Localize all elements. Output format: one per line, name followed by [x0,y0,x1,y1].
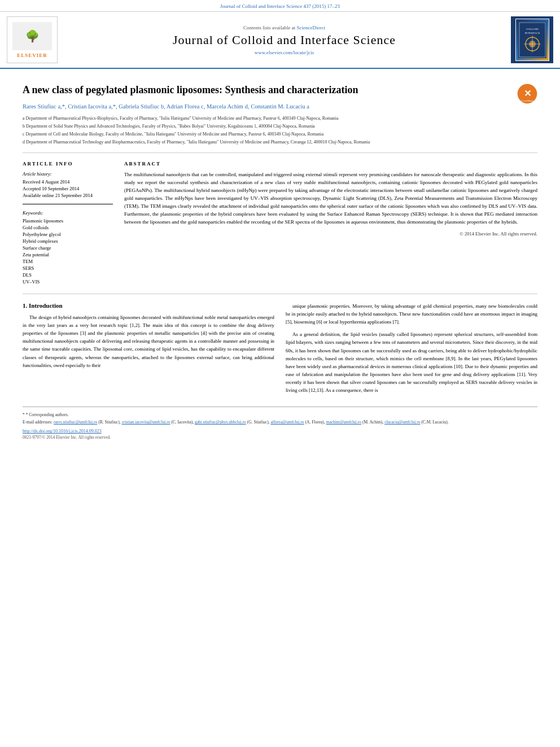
available-date: Available online 21 September 2014 [23,193,113,198]
email-footnote: E-mail addresses: rares.stiufiuc@umfcluj… [23,419,537,425]
sciencedirect-link[interactable]: ScienceDirect [297,25,325,30]
info-divider [23,204,113,204]
svg-text:CrossMark: CrossMark [521,99,534,102]
email1-link[interactable]: rares.stiufiuc@umfcluj.ro [54,420,97,425]
article-title-text: A new class of pegylated plasmonic lipos… [23,84,511,147]
footer-section: * * Corresponding authors. E-mail addres… [23,407,537,443]
abstract-heading: ABSTRACT [124,161,537,167]
affiliation-b: b Department of Solid State Physics and … [23,123,511,130]
info-abstract-section: ARTICLE INFO Article history: Received 4… [23,153,537,294]
affiliations: a Department of Pharmaceutical Physics-B… [23,115,511,146]
article-info-column: ARTICLE INFO Article history: Received 4… [23,161,113,286]
history-label: Article history: [23,171,113,177]
elsevier-wordmark: ELSEVIER [17,53,47,58]
intro-para-1: The design of hybrid nanoobjects contain… [23,313,274,369]
authors-line: Rares Stiufiuc a,*, Cristian Iacovita a,… [23,102,511,112]
email4-link[interactable]: aflorea@umfcluj.ro [270,420,304,425]
journal-website: www.elsevier.com/locate/jcis [255,50,314,55]
corresponding-authors-note: * * Corresponding authors. [23,412,537,418]
article-info-heading: ARTICLE INFO [23,161,113,167]
keyword-7: SERS [23,265,113,271]
asterisk-icon: * [23,412,25,417]
corresponding-authors-label: * Corresponding authors. [26,412,69,417]
intro-para-3: As a general definition, the lipid vesic… [286,330,537,394]
main-content: A new class of pegylated plasmonic lipos… [0,69,560,448]
email2-link[interactable]: cristian.iacovita@umfcluj.ro [121,420,170,425]
email-label: E-mail addresses: [23,420,53,425]
email5-person: (M. Achim), [362,420,383,425]
copyright-line: © 2014 Elsevier Inc. All rights reserved… [124,231,537,237]
keyword-3: Hybrid complexes [23,238,113,244]
cover-thumbnail: COLLOID INTERFACE [515,19,549,61]
abstract-column: ABSTRACT The multifunctional nanoobjects… [124,161,537,286]
email3-person: (G. Stiufiuc), [247,420,270,425]
intro-title: 1. Introduction [23,302,274,309]
svg-text:COLLOID: COLLOID [526,28,539,30]
email6-link[interactable]: clucaciu@umfcluj.ro [384,420,420,425]
keywords-section: Keywords: Plasmonic liposomes Gold collo… [23,210,113,285]
doi-link[interactable]: http://dx.doi.org/10.1016/j.jcis.2014.09… [23,429,102,434]
keyword-1: Gold colloids [23,225,113,230]
received-date: Received 4 August 2014 [23,179,113,185]
journal-title-area: Contents lists available at ScienceDirec… [63,16,505,63]
body-left-column: 1. Introduction The design of hybrid nan… [23,302,274,399]
affiliation-a: a Department of Pharmaceutical Physics-B… [23,115,511,122]
footnotes: * * Corresponding authors. E-mail addres… [23,412,537,426]
intro-para-2: unique plasmonic properties. Moreover, b… [286,302,537,326]
article-title: A new class of pegylated plasmonic lipos… [23,84,511,97]
intro-col1-text: The design of hybrid nanoobjects contain… [23,313,274,369]
keywords-label: Keywords: [23,210,113,216]
keyword-8: DLS [23,272,113,278]
keyword-6: TEM [23,259,113,264]
crossmark-svg: ✕ CrossMark [517,84,537,104]
tree-icon: 🌳 [25,29,40,43]
elsevier-tree-graphic: 🌳 [12,22,52,50]
email4-person: (A. Florea), [305,420,325,425]
keyword-5: Zeta potential [23,252,113,257]
issn-line: 0021-9797/© 2014 Elsevier Inc. All right… [23,435,537,440]
doi-line: http://dx.doi.org/10.1016/j.jcis.2014.09… [23,429,537,434]
sciencedirect-prefix: Contents lists available at [243,25,296,30]
journal-reference-text: Journal of Colloid and Interface Science… [220,3,340,9]
crossmark-logo[interactable]: ✕ CrossMark [517,84,537,104]
keyword-9: UV–VIS [23,279,113,285]
keyword-4: Surface charge [23,245,113,251]
intro-col2-text: unique plasmonic properties. Moreover, b… [286,302,537,394]
accepted-date: Accepted 10 September 2014 [23,186,113,191]
abstract-text: The multifunctional nanoobjects that can… [124,171,537,226]
sciencedirect-line: Contents lists available at ScienceDirec… [243,25,325,30]
keyword-2: Polyethylene glycol [23,231,113,237]
journal-reference-bar: Journal of Colloid and Interface Science… [0,0,560,12]
email6-person: (C.M. Lucaciu). [421,420,448,425]
journal-main-title: Journal of Colloid and Interface Science [173,33,396,47]
article-history: Article history: Received 4 August 2014 … [23,171,113,198]
email3-link[interactable]: gabi.stiufiuc@phys.ubbcluj.ro [195,420,246,425]
affiliation-c: c Department of Cell and Molecular Biolo… [23,131,511,138]
article-title-section: A new class of pegylated plasmonic lipos… [23,75,537,153]
body-right-column: unique plasmonic properties. Moreover, b… [286,302,537,399]
body-columns: 1. Introduction The design of hybrid nan… [23,294,537,407]
journal-cover-image: COLLOID INTERFACE [511,16,553,63]
keyword-0: Plasmonic liposomes [23,218,113,224]
svg-text:✕: ✕ [524,89,531,98]
email2-person: (C. Iacovita), [171,420,194,425]
cover-svg: COLLOID INTERFACE [518,21,546,58]
journal-header: 🌳 ELSEVIER Contents lists available at S… [0,12,560,69]
email5-link[interactable]: machim@umfcluj.ro [326,420,362,425]
elsevier-logo: 🌳 ELSEVIER [7,16,58,63]
email1-person: (R. Stiufiuc), [98,420,120,425]
affiliation-d: d Department of Pharmaceutical Technolog… [23,139,511,146]
svg-text:INTERFACE: INTERFACE [524,32,540,34]
